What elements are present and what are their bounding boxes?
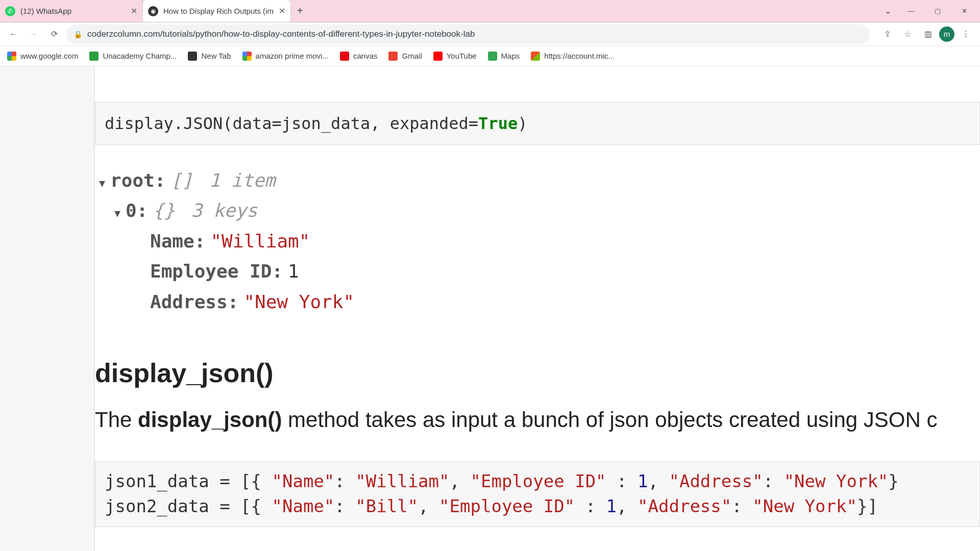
tab-search-icon[interactable]: ⌄ [885,6,891,16]
address-bar[interactable]: 🔒 coderzcolumn.com/tutorials/python/how-… [66,24,870,44]
google-icon [7,52,16,61]
profile-avatar[interactable]: m [939,27,954,42]
youtube-icon [433,52,443,61]
unacademy-icon [89,52,99,61]
bookmark-gmail[interactable]: Gmail [388,52,422,61]
site-favicon-icon: ◉ [148,6,158,16]
url-text: coderzcolumn.com/tutorials/python/how-to… [87,29,475,39]
bookmark-star-icon[interactable]: ☆ [898,25,917,43]
window-maximize-button[interactable]: ▢ [926,2,949,20]
canvas-icon [340,52,349,61]
tab-title: How to Display Rich Outputs (im [163,7,274,15]
article-content: display.JSON(data=json_data, expanded=Tr… [94,66,980,551]
forward-button[interactable]: → [26,26,42,42]
browser-titlebar: ✆ (12) WhatsApp ✕ ◉ How to Display Rich … [0,0,980,22]
google-g-icon [242,52,252,61]
tab-title: (12) WhatsApp [20,7,71,15]
body-paragraph: The display_json() method takes as input… [95,404,980,436]
browser-toolbar: ← → ⟳ 🔒 coderzcolumn.com/tutorials/pytho… [0,22,980,46]
bookmark-unacademy[interactable]: Unacademy Champ... [89,52,177,61]
bookmark-canvas[interactable]: canvas [340,52,378,61]
side-panel-icon[interactable]: ▥ [919,25,937,43]
microsoft-icon [531,52,540,61]
bookmark-google[interactable]: www.google.com [7,52,78,61]
whatsapp-icon: ✆ [5,6,15,16]
bookmarks-bar: www.google.com Unacademy Champ... New Ta… [0,46,980,66]
bookmark-youtube[interactable]: YouTube [433,52,477,61]
code-block-json-call: display.JSON(data=json_data, expanded=Tr… [95,102,980,145]
window-minimize-button[interactable]: — [899,2,923,20]
maps-icon [488,52,497,61]
tab-close-icon[interactable]: ✕ [279,6,285,16]
new-tab-button[interactable]: + [291,5,309,17]
page-viewport[interactable]: display.JSON(data=json_data, expanded=Tr… [0,66,980,551]
section-heading: display_json() [95,358,980,388]
chrome-menu-icon[interactable]: ⋮ [957,25,975,43]
reload-button[interactable]: ⟳ [46,26,62,42]
bookmark-maps[interactable]: Maps [488,52,520,61]
json-output-tree: ▼ root: [] 1 item ▼ 0: {} 3 keys Name: "… [99,165,980,317]
tab-close-icon[interactable]: ✕ [131,6,137,16]
bookmark-microsoft[interactable]: https://account.mic... [531,52,615,61]
tab-whatsapp[interactable]: ✆ (12) WhatsApp ✕ [0,0,143,22]
window-controls: ⌄ — ▢ ✕ [885,2,980,20]
tree-toggle-icon[interactable]: ▼ [99,175,105,192]
lock-icon: 🔒 [74,30,82,38]
gmail-icon [388,52,398,61]
code-block-json-data: json1_data = [{ "Name": "William", "Empl… [95,461,980,527]
share-icon[interactable]: ⇪ [878,25,896,43]
tab-active[interactable]: ◉ How to Display Rich Outputs (im ✕ [143,0,291,22]
newtab-icon [188,52,197,61]
bookmark-amazon[interactable]: amazon prime movi... [242,52,329,61]
tree-toggle-icon[interactable]: ▼ [114,205,120,222]
window-close-button[interactable]: ✕ [952,2,976,20]
back-button[interactable]: ← [5,26,21,42]
bookmark-newtab[interactable]: New Tab [188,52,231,61]
